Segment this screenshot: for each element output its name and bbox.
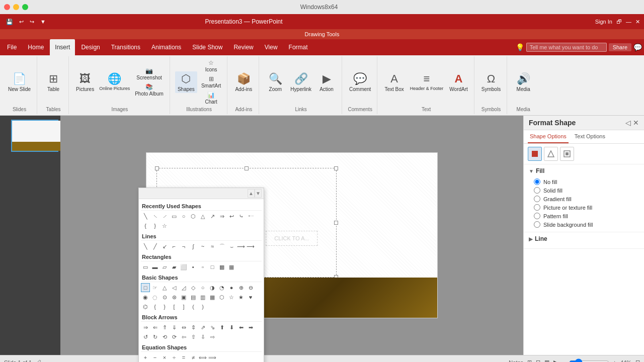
shape-item[interactable]: ◿ — [179, 283, 188, 292]
picture-fill-option[interactable]: Picture or texture fill — [534, 203, 639, 212]
tab-design[interactable]: Design — [76, 39, 105, 55]
pictures-btn[interactable]: 🖼 Pictures — [74, 71, 96, 93]
zoom-out-btn[interactable]: − — [561, 359, 565, 363]
fill-section-header[interactable]: ▼ Fill — [529, 167, 639, 174]
shape-item[interactable]: ↙ — [160, 242, 169, 251]
shape-item[interactable]: ⊖ — [246, 283, 255, 292]
shape-item[interactable]: ⟿ — [236, 242, 246, 251]
search-input[interactable] — [526, 43, 607, 52]
shape-item[interactable]: □ — [208, 262, 217, 272]
window-controls[interactable] — [4, 4, 28, 10]
close-btn[interactable] — [4, 4, 10, 10]
shape-item[interactable]: ↩ — [227, 212, 236, 221]
shape-item[interactable]: + — [141, 353, 150, 362]
shape-item[interactable]: ⇑ — [160, 323, 169, 332]
shapes-scroll-area[interactable]: Recently Used Shapes ╲ ⟍ ⟋ ▭ ○ ⬡ △ ↗ ⇒ ↩… — [139, 199, 264, 362]
shape-item[interactable]: ⬸ — [246, 212, 255, 221]
format-panel-collapse-btn[interactable]: ◁ — [625, 119, 631, 127]
solid-fill-radio[interactable] — [534, 187, 540, 194]
sign-in-btn[interactable]: Sign In — [595, 19, 612, 25]
shape-item[interactable]: ▩ — [217, 262, 226, 272]
fit-slide-btn[interactable]: ⊡ — [635, 359, 640, 362]
redo-btn[interactable]: ↪ — [28, 18, 36, 26]
zoom-slider[interactable] — [569, 358, 609, 363]
shape-item[interactable]: ▬ — [150, 262, 159, 272]
view-slideshow-btn[interactable]: ▶ — [553, 359, 557, 362]
handle-tl[interactable] — [155, 166, 159, 170]
icons-btn[interactable]: ☆ Icons — [199, 58, 223, 73]
symbols-btn[interactable]: Ω Symbols — [479, 71, 503, 93]
shape-item[interactable]: ⇒ — [217, 212, 226, 221]
shape-item[interactable]: □ — [141, 283, 150, 292]
customize-btn[interactable]: ▼ — [38, 18, 48, 26]
header-footer-btn[interactable]: ≡ Header & Footer — [408, 71, 446, 93]
handle-tm[interactable] — [245, 166, 249, 170]
shape-item[interactable]: ▦ — [227, 262, 236, 272]
shape-item[interactable]: ↗ — [208, 212, 217, 221]
shape-item[interactable]: ⇧ — [189, 332, 198, 341]
format-panel-close-btn[interactable]: ✕ — [633, 119, 639, 127]
chart-btn[interactable]: 📊 Chart — [199, 90, 223, 106]
shape-item[interactable]: ☞ — [150, 283, 159, 292]
online-pictures-btn[interactable]: 🌐 Online Pictures — [97, 71, 132, 93]
slide-bg-fill-radio[interactable] — [534, 221, 540, 228]
shape-item[interactable]: ╱ — [150, 242, 159, 251]
handle-tr[interactable] — [334, 166, 338, 170]
shape-item[interactable]: ⇩ — [198, 332, 207, 341]
line-section-header[interactable]: ▶ Line — [529, 235, 639, 242]
shape-item[interactable]: ◌ — [150, 293, 159, 302]
tab-home[interactable]: Home — [23, 39, 49, 55]
new-slide-btn[interactable]: 📄 New Slide — [6, 71, 33, 93]
shape-item[interactable]: { — [150, 302, 159, 311]
hyperlink-btn[interactable]: 🔗 Hyperlink — [288, 71, 313, 93]
tab-animations[interactable]: Animations — [146, 39, 186, 55]
shape-item[interactable]: ~ — [198, 242, 207, 251]
shape-item[interactable]: ☆ — [160, 221, 169, 230]
shape-item[interactable]: ▥ — [198, 293, 207, 302]
tab-file[interactable]: File — [2, 39, 22, 55]
shapes-scroll-up[interactable]: ▲ — [248, 189, 255, 198]
textbox-btn[interactable]: A Text Box — [382, 71, 406, 93]
shape-item[interactable]: = — [179, 353, 188, 362]
shape-item[interactable]: ⟶ — [246, 242, 255, 251]
shape-item[interactable]: ◇ — [189, 283, 198, 292]
screenshot-btn[interactable]: 📷 Screenshot — [133, 66, 166, 81]
shape-item[interactable]: ↺ — [141, 332, 150, 341]
shape-item[interactable]: ▦ — [208, 293, 217, 302]
shape-item[interactable]: ↻ — [150, 332, 159, 341]
zoom-in-btn[interactable]: + — [613, 359, 616, 363]
shape-item[interactable]: ⌣ — [227, 242, 236, 251]
no-fill-radio[interactable] — [534, 178, 540, 185]
shape-item[interactable]: ⇐ — [150, 323, 159, 332]
shape-item[interactable]: } — [150, 221, 159, 230]
shape-item[interactable]: ⬆ — [217, 323, 226, 332]
save-btn[interactable]: 💾 — [4, 18, 15, 26]
share-btn[interactable]: Share — [609, 43, 631, 51]
shape-item[interactable]: ⬜ — [179, 262, 188, 272]
shape-item[interactable]: ▭ — [170, 212, 179, 221]
no-fill-option[interactable]: No fill — [534, 177, 639, 186]
view-sorter-btn[interactable]: ⊟ — [536, 359, 540, 362]
shape-item[interactable]: ÷ — [170, 353, 179, 362]
tab-review[interactable]: Review — [228, 39, 258, 55]
shape-item[interactable]: ⊕ — [236, 283, 246, 292]
shape-item[interactable]: × — [160, 353, 169, 362]
shape-item[interactable]: ╲ — [141, 242, 150, 251]
shape-item[interactable]: ▪ — [189, 262, 198, 272]
comments-btn[interactable]: 💬 — [633, 43, 642, 51]
view-reading-btn[interactable]: ▦ — [544, 359, 549, 362]
shape-item[interactable]: ◔ — [217, 283, 226, 292]
shape-item[interactable]: { — [141, 221, 150, 230]
tab-slideshow[interactable]: Slide Show — [187, 39, 227, 55]
pattern-fill-option[interactable]: Pattern fill — [534, 212, 639, 220]
tab-format[interactable]: Format — [284, 39, 313, 55]
close-win-btn[interactable]: ✕ — [635, 19, 640, 25]
shape-item[interactable]: ▣ — [179, 293, 188, 302]
shape-item[interactable]: [ — [170, 302, 179, 311]
slide-canvas[interactable]: CLICK TO A... ▲ ▼ Recently Used Shapes ╲… — [60, 116, 523, 355]
shape-item[interactable]: ⇕ — [189, 323, 198, 332]
shape-item[interactable]: ) — [198, 302, 207, 311]
gradient-fill-option[interactable]: Gradient fill — [534, 195, 639, 203]
tab-insert[interactable]: Insert — [50, 39, 75, 55]
shape-item[interactable]: ⇨ — [208, 332, 217, 341]
